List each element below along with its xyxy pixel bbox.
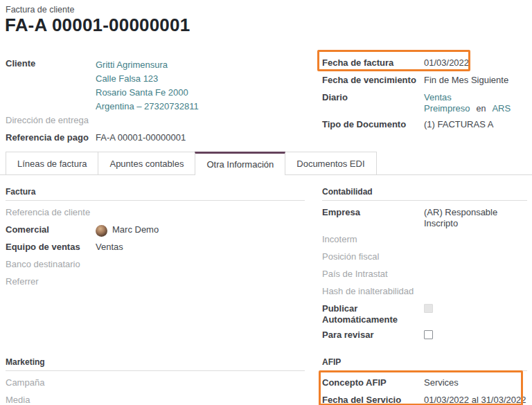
diario-value[interactable]: Ventas Preimpreso: [424, 92, 470, 114]
tipo-documento-label: Tipo de Documento: [322, 118, 424, 130]
field-posicion-fiscal[interactable]: Posición fiscal: [322, 250, 527, 264]
field-tipo-documento: Tipo de Documento (1) FACTURAS A: [322, 118, 530, 132]
page-title: FA-A 00001-00000001: [5, 15, 190, 36]
section-factura-title: Factura: [6, 187, 305, 201]
tab-content-otra-informacion: Factura Referencia de cliente Comercial …: [0, 175, 532, 405]
diario-label: Diario: [322, 91, 424, 103]
posicion-fiscal-label: Posición fiscal: [322, 250, 424, 262]
cliente-city: Rosario Santa Fe 2000: [96, 86, 199, 100]
tabs-container: Líneas de factura Apuntes contables Otra…: [6, 152, 377, 175]
referencia-pago-label: Referencia de pago: [6, 131, 96, 143]
fecha-servicio-label: Fecha del Servicio: [322, 393, 424, 405]
concepto-afip-value: Services: [424, 376, 459, 388]
field-referencia-cliente[interactable]: Referencia de cliente: [6, 206, 305, 219]
diario-currency[interactable]: ARS: [492, 103, 511, 114]
field-empresa: Empresa (AR) Responsable Inscripto: [322, 206, 527, 229]
direccion-entrega-label: Dirección de entrega: [6, 114, 96, 126]
field-para-revisar: Para revisar: [322, 328, 527, 342]
cliente-label: Cliente: [6, 57, 96, 69]
field-direccion-entrega[interactable]: Dirección de entrega: [6, 114, 310, 127]
cliente-name-link[interactable]: Gritti Agrimensura: [96, 58, 199, 72]
fecha-vencimiento-value[interactable]: Fin de Mes Siguiente: [424, 73, 508, 86]
field-diario: Diario Ventas PreimpresoenARS: [322, 91, 530, 114]
tab-otra-informacion[interactable]: Otra Información: [195, 152, 285, 175]
equipo-ventas-label: Equipo de ventas: [6, 240, 96, 253]
invoice-header-right: Fecha de factura 01/03/2022 Fecha de ven…: [322, 56, 530, 135]
empresa-label: Empresa: [322, 206, 424, 218]
para-revisar-checkbox[interactable]: [424, 330, 433, 339]
section-marketing: Marketing Campaña Media Origen: [6, 357, 305, 405]
field-campana[interactable]: Campaña: [6, 376, 305, 390]
tab-lineas-de-factura[interactable]: Líneas de factura: [6, 152, 98, 174]
empresa-value[interactable]: (AR) Responsable Inscripto: [424, 206, 527, 229]
incoterm-label: Incoterm: [322, 233, 424, 245]
field-banco-destinatario[interactable]: Banco destinatario: [6, 258, 305, 271]
hash-inalterabilidad-label: Hash de inalterabilidad: [322, 285, 424, 297]
section-contabilidad-title: Contabilidad: [322, 187, 527, 201]
cliente-street: Calle Falsa 123: [96, 72, 199, 86]
publicar-automaticamente-checkbox: [424, 304, 433, 313]
comercial-label: Comercial: [6, 223, 96, 235]
concepto-afip-label: Concepto AFIP: [322, 376, 424, 388]
comercial-value[interactable]: Marc Demo: [112, 224, 159, 235]
section-contabilidad: Contabilidad Empresa (AR) Responsable In…: [322, 187, 527, 345]
invoice-header-left: Cliente Gritti Agrimensura Calle Falsa 1…: [6, 57, 310, 148]
field-comercial: Comercial Marc Demo: [6, 223, 305, 237]
banco-destinatario-label: Banco destinatario: [6, 258, 96, 270]
diario-value-group: Ventas PreimpresoenARS: [424, 91, 530, 114]
diario-connector: en: [476, 104, 486, 114]
referencia-cliente-label: Referencia de cliente: [6, 206, 96, 218]
cliente-address-block: Gritti Agrimensura Calle Falsa 123 Rosar…: [96, 57, 199, 114]
field-fecha-vencimiento: Fecha de vencimiento Fin de Mes Siguient…: [322, 73, 530, 87]
referrer-label: Referrer: [6, 275, 96, 287]
field-equipo-ventas: Equipo de ventas Ventas: [6, 240, 305, 254]
user-avatar: [96, 225, 107, 237]
fecha-factura-value: 01/03/2022: [424, 56, 469, 69]
field-referrer[interactable]: Referrer: [6, 275, 305, 289]
fecha-servicio-value: 01/03/2022 al 31/03/2022: [424, 393, 526, 405]
campana-label: Campaña: [6, 376, 96, 388]
field-media[interactable]: Media: [6, 393, 305, 405]
tab-apuntes-contables[interactable]: Apuntes contables: [98, 152, 195, 174]
field-referencia-pago: Referencia de pago FA-A 00001-00000001: [6, 131, 310, 145]
field-cliente: Cliente Gritti Agrimensura Calle Falsa 1…: [6, 57, 310, 114]
referencia-pago-value: FA-A 00001-00000001: [96, 131, 186, 143]
equipo-ventas-value[interactable]: Ventas: [96, 240, 123, 253]
fecha-factura-label: Fecha de factura: [322, 56, 424, 69]
field-pais-intrastat[interactable]: País de Intrastat: [322, 267, 527, 281]
pais-intrastat-label: País de Intrastat: [322, 267, 424, 280]
breadcrumb[interactable]: Factura de cliente: [6, 5, 74, 15]
publicar-automaticamente-label: Publicar Automáticamente: [322, 302, 424, 325]
para-revisar-label: Para revisar: [322, 328, 424, 341]
tipo-documento-value: (1) FACTURAS A: [424, 118, 493, 130]
section-afip-title: AFIP: [322, 357, 527, 371]
cliente-country-vat: Argentina – 27320732811: [96, 100, 199, 114]
notebook-tabbar: Líneas de factura Apuntes contables Otra…: [0, 152, 532, 175]
field-fecha-servicio: Fecha del Servicio 01/03/2022 al 31/03/2…: [322, 393, 527, 405]
section-afip: AFIP Concepto AFIP Services Fecha del Se…: [322, 357, 527, 405]
field-fecha-factura: Fecha de factura 01/03/2022: [322, 56, 530, 70]
media-label: Media: [6, 393, 96, 405]
field-hash-inalterabilidad: Hash de inalterabilidad: [322, 285, 527, 298]
field-publicar-automaticamente: Publicar Automáticamente: [322, 302, 527, 325]
field-incoterm[interactable]: Incoterm: [322, 233, 527, 246]
fecha-vencimiento-label: Fecha de vencimiento: [322, 73, 424, 86]
tab-documentos-edi[interactable]: Documentos EDI: [285, 152, 376, 174]
section-factura: Factura Referencia de cliente Comercial …: [6, 187, 305, 345]
field-concepto-afip: Concepto AFIP Services: [322, 376, 527, 390]
section-marketing-title: Marketing: [6, 357, 305, 371]
